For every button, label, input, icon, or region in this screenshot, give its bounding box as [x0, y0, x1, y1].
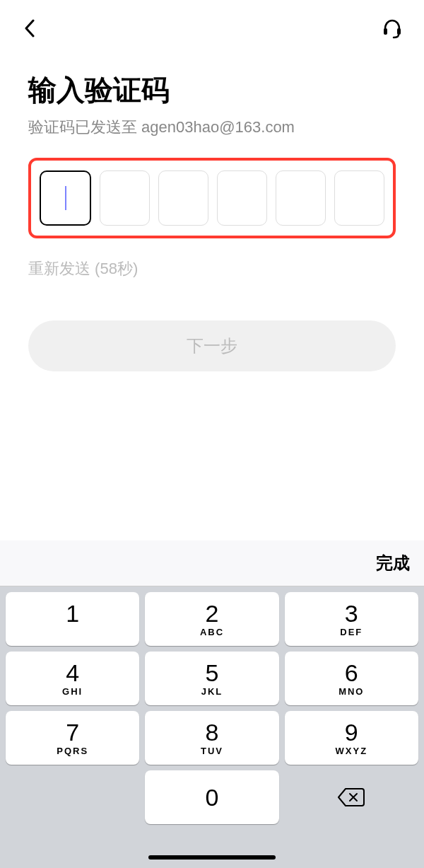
key-6[interactable]: 6 MNO: [285, 652, 418, 705]
page-subtitle: 验证码已发送至 agen03hao@163.com: [28, 117, 396, 138]
key-empty: [6, 770, 139, 824]
home-indicator[interactable]: [148, 855, 276, 860]
key-3[interactable]: 3 DEF: [285, 592, 418, 646]
key-5[interactable]: 5 JKL: [145, 652, 278, 705]
cursor: [65, 186, 66, 210]
content: 输入验证码 验证码已发送至 agen03hao@163.com 重新发送 (58…: [0, 50, 424, 371]
keypad-row: 1 2 ABC 3 DEF: [6, 592, 418, 646]
header: [0, 0, 424, 50]
keyboard: 完成 1 2 ABC 3 DEF 4 GHI 5 JKL: [0, 540, 424, 868]
code-box-3[interactable]: [158, 170, 208, 226]
keypad-row: 7 PQRS 8 TUV 9 WXYZ: [6, 711, 418, 765]
code-input-container: [28, 158, 396, 238]
chevron-left-icon: [24, 19, 35, 37]
svg-rect-1: [397, 28, 401, 35]
backspace-icon: [338, 787, 365, 807]
code-box-1[interactable]: [40, 170, 91, 226]
keypad-row: 0: [6, 770, 418, 824]
code-box-2[interactable]: [100, 170, 150, 226]
key-9[interactable]: 9 WXYZ: [285, 711, 418, 765]
headset-icon: [382, 18, 403, 39]
next-button[interactable]: 下一步: [28, 320, 396, 371]
key-1[interactable]: 1: [6, 592, 139, 646]
key-8[interactable]: 8 TUV: [145, 711, 278, 765]
key-backspace[interactable]: [285, 770, 418, 824]
code-box-4[interactable]: [217, 170, 267, 226]
page-title: 输入验证码: [28, 71, 396, 110]
key-0[interactable]: 0: [145, 770, 278, 824]
done-button[interactable]: 完成: [376, 553, 410, 572]
keyboard-toolbar: 完成: [0, 540, 424, 586]
back-button[interactable]: [21, 20, 38, 37]
code-box-6[interactable]: [334, 170, 384, 226]
keypad: 1 2 ABC 3 DEF 4 GHI 5 JKL 6 MNO: [0, 586, 424, 835]
key-7[interactable]: 7 PQRS: [6, 711, 139, 765]
key-4[interactable]: 4 GHI: [6, 652, 139, 705]
keypad-row: 4 GHI 5 JKL 6 MNO: [6, 652, 418, 705]
resend-label: 重新发送 (58秒): [28, 258, 396, 279]
svg-rect-0: [384, 28, 387, 35]
support-button[interactable]: [382, 18, 403, 39]
key-2[interactable]: 2 ABC: [145, 592, 278, 646]
code-box-5[interactable]: [276, 170, 326, 226]
